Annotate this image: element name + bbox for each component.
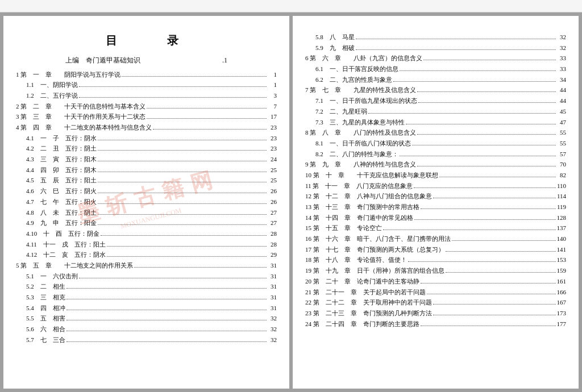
toc-label: 6.1 一、日干落宫反映的信息 xyxy=(315,64,398,74)
list-item: 23 第 二十三 章 奇门预测的几种判断方法173 xyxy=(305,308,566,319)
toc-dots xyxy=(417,134,556,135)
toc-page-number: 28 xyxy=(268,239,277,250)
list-item: 12 第 十二 章 八神与八门组合的信息象意114 xyxy=(305,191,566,202)
list-item: 18 第 十八 章 专论值符、值使！153 xyxy=(305,255,566,265)
list-item: 5 第 五 章 十二地支之间的作用关系31 xyxy=(16,260,277,271)
toc-dots xyxy=(418,102,556,103)
toc-page-number: 29 xyxy=(268,249,277,260)
list-item: 4.4 四 卯 五行：阴木25 xyxy=(16,165,277,176)
toc-page-number: 140 xyxy=(557,233,567,244)
toc-page-number: 47 xyxy=(557,117,566,128)
toc-page-number: 24 xyxy=(268,154,277,165)
toc-label: 4.11 十一 戌 五行：阳土 xyxy=(26,239,106,250)
toc-dots xyxy=(383,230,556,230)
toc-page-number: 173 xyxy=(557,308,567,319)
toc-label: 8.2 二、八门的特性与象意： xyxy=(315,149,398,160)
toc-label: 5 第 五 章 十二地支之间的作用关系 xyxy=(16,260,133,271)
list-item: 7.2 二、九星旺弱45 xyxy=(305,106,566,117)
toc-dots xyxy=(98,182,267,182)
toc-page-number: 166 xyxy=(557,287,567,298)
toc-label: 10 第 十 章 十干克应信息解读与象意联想 xyxy=(305,170,438,181)
toc-dots xyxy=(356,39,556,39)
toc-dots xyxy=(452,240,556,241)
toc-label: 17 第 十七 章 奇门预测的两大系统（总复习） xyxy=(305,244,444,255)
list-item: 4.10 十 酉 五行：阴金28 xyxy=(16,228,277,239)
toc-label: 4.9 九 申 五行：阳金 xyxy=(26,218,97,228)
toc-dots xyxy=(98,140,267,140)
list-item: 19 第 十九 章 日干（用神）所落宫的组合信息159 xyxy=(305,265,566,276)
toc-page-number: 23 xyxy=(268,143,277,154)
list-item: 1.2 二、五行学说3 xyxy=(16,90,277,101)
toc-label: 6 第 六 章 八卦（九宫）的信息含义 xyxy=(305,53,422,64)
toc-label: 13 第 十三 章 奇门预测中的常用吉格 xyxy=(305,202,419,212)
list-item: 1 第 一 章 阴阳学说与五行学说1 xyxy=(16,69,277,80)
toc-dots xyxy=(400,156,556,156)
toc-label: 5.2 二 相生 xyxy=(26,281,65,292)
toc-label: 4.10 十 酉 五行：阴金 xyxy=(26,228,99,239)
toc-page-number: 3 xyxy=(268,90,277,101)
list-item: 7.1 一、日干所临九星体现出的状态44 xyxy=(305,95,566,106)
toc-page-number: 44 xyxy=(557,95,566,106)
toc-page-number: 27 xyxy=(268,207,277,218)
toc-label: 4.1 一 子 五行：阴水 xyxy=(26,133,97,144)
toc-label: 4.8 八 未 五行：阴土 xyxy=(26,207,97,218)
toc-page-number: 26 xyxy=(268,197,277,207)
toc-label: 20 第 二十 章 论奇门遁中的主客动静 xyxy=(305,276,419,287)
toc-label: 7 第 七 章 九星的特性及信息含义 xyxy=(305,85,416,95)
toc-label: 11 第 十一 章 八门克应的信息象意 xyxy=(305,181,413,191)
toc-dots xyxy=(414,219,556,220)
toc-dots xyxy=(122,76,267,77)
toc-dots xyxy=(98,203,267,204)
toc-dots xyxy=(446,251,556,252)
toc-label: 7.2 二、九星旺弱 xyxy=(315,106,367,117)
list-item: 4.6 六 巳 五行：阴火26 xyxy=(16,186,277,197)
toc-label: 1.1 一、阴阳学说 xyxy=(26,80,78,90)
list-item: 15 第 十五 章 专论空亡137 xyxy=(305,223,566,233)
toc-dots xyxy=(66,331,267,331)
toc-page-number: 1 xyxy=(268,69,277,80)
list-item: 11 第 十一 章 八门克应的信息象意110 xyxy=(305,181,566,191)
toc-label: 8.1 一、日干所临八门体现的状态 xyxy=(315,138,411,149)
toc-page-number: 32 xyxy=(268,324,277,335)
toc-page-number: 159 xyxy=(557,265,567,276)
toc-dots xyxy=(66,320,267,320)
toc-page-number: 44 xyxy=(557,85,566,95)
toc-dots xyxy=(417,91,556,92)
list-item: 22 第 二十二 章 关于取用神中的若干问题167 xyxy=(305,297,566,308)
toc-page-number: 17 xyxy=(268,111,277,122)
toc-label: 24 第 二十四 章 奇门判断的主要思路 xyxy=(305,319,419,330)
toc-label: 1 第 一 章 阴阳学说与五行学说 xyxy=(16,69,120,80)
toc-label: 8 第 八 章 八门的特性及信息含义 xyxy=(305,127,416,138)
toc-page-number: 32 xyxy=(557,43,566,53)
toc-dots xyxy=(66,299,267,299)
list-item: 8 第 八 章 八门的特性及信息含义55 xyxy=(305,127,566,138)
list-item: 5.2 二 相生31 xyxy=(16,281,277,292)
toc-dots xyxy=(417,166,556,166)
list-item: 3 第 三 章 十天干的作用关系与十二状态17 xyxy=(16,111,277,122)
toc-label: 5.9 九 相破 xyxy=(315,43,355,53)
toc-dots xyxy=(66,341,267,342)
list-item: 5.7 七 三合32 xyxy=(16,335,277,345)
list-item: 5.8 八 马星32 xyxy=(305,32,566,43)
toc-page-number: 31 xyxy=(268,281,277,292)
toc-label: 22 第 二十二 章 关于取用神中的若干问题 xyxy=(305,297,432,308)
toc-page-number: 55 xyxy=(557,127,566,138)
toc-dots xyxy=(406,124,556,124)
toc-page-number: 32 xyxy=(268,313,277,324)
toc-page-number: 25 xyxy=(268,165,277,176)
toc-dots xyxy=(408,261,556,262)
toc-label: 4.5 五 辰 五行：阳土 xyxy=(26,175,97,186)
toc-dots xyxy=(414,187,556,188)
toc-label: 1.2 二、五行学说 xyxy=(26,90,78,101)
toc-label: 14 第 十四 章 奇门遁中的常见凶格 xyxy=(305,212,413,223)
toc-label: 5.4 四 相冲 xyxy=(26,303,65,314)
toc-page-number: 55 xyxy=(557,138,566,149)
list-item: 10 第 十 章 十干克应信息解读与象意联想82 xyxy=(305,170,566,181)
toc-page-number: 34 xyxy=(557,74,566,85)
toc-page-number: 128 xyxy=(557,212,567,223)
list-item: 4.3 三 寅 五行：阳木24 xyxy=(16,154,277,165)
toc-page-number: 23 xyxy=(268,122,277,133)
toc-label: 3 第 三 章 十天干的作用关系与十二状态 xyxy=(16,111,146,122)
toc-dots xyxy=(433,304,556,305)
toc-dots xyxy=(423,60,556,60)
